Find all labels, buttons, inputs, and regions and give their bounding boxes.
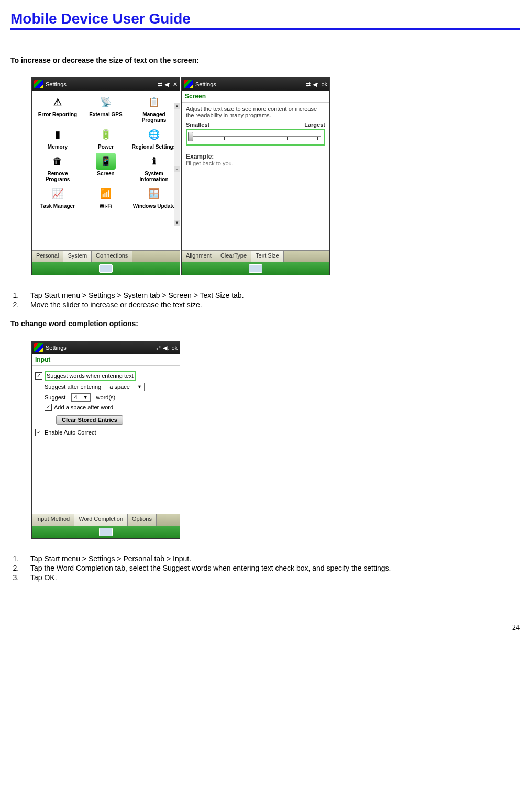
settings-item-label: Task Manager (40, 203, 75, 209)
close-button[interactable]: ✕ (173, 81, 178, 88)
settings-item-memory[interactable]: ▮Memory (34, 125, 81, 151)
settings-item-system-information[interactable]: ℹSystem Information (130, 152, 178, 183)
titlebar-text: Settings (46, 344, 67, 351)
keyboard-icon[interactable] (99, 528, 113, 536)
chevron-down-icon: ▼ (137, 384, 142, 390)
option-add-space: Add a space after word (54, 404, 113, 410)
tab-text-size[interactable]: Text Size (251, 251, 284, 262)
volume-icon: ◀꞉ (163, 344, 169, 351)
step-item: Move the slider to increase or decrease … (21, 301, 520, 309)
volume-icon: ◀꞉ (313, 81, 319, 88)
settings-item-external-gps[interactable]: 📡External GPS (82, 93, 129, 124)
settings-item-label: External GPS (89, 112, 122, 117)
tab-bar: PersonalSystemConnections (32, 250, 180, 262)
slider-max-label: Largest (304, 121, 325, 128)
softkey-bar (32, 262, 180, 275)
section-text-size-heading: To increase or decrease the size of text… (10, 56, 520, 64)
keyboard-icon[interactable] (249, 264, 262, 273)
external-gps-icon: 📡 (96, 94, 116, 110)
tab-bar: AlignmentClearTypeText Size (182, 250, 329, 262)
settings-item-label: Memory (48, 144, 68, 150)
clear-stored-entries-button[interactable]: Clear Stored Entries (56, 415, 123, 425)
tab-connections[interactable]: Connections (92, 251, 132, 262)
section-word-completion-heading: To change word completion options: (10, 319, 520, 328)
step-item: Tap the Word Completion tab, select the … (21, 564, 520, 572)
example-label: Example: (186, 153, 325, 160)
settings-item-label: Remove Programs (35, 171, 80, 182)
example-text: I'll get back to you. (186, 160, 325, 166)
checkbox-suggest-words[interactable]: ✓ (35, 372, 42, 380)
ok-button[interactable]: ok (321, 81, 327, 87)
wi-fi-icon: 📶 (96, 185, 116, 202)
settings-item-label: Regional Settings (132, 144, 176, 150)
softkey-bar (32, 526, 180, 538)
settings-item-label: Error Reporting (38, 112, 77, 117)
settings-item-label: Managed Programs (131, 112, 176, 123)
scroll-up-icon[interactable]: ▲ (174, 103, 180, 109)
softkey-bar (182, 262, 329, 275)
settings-item-regional-settings[interactable]: 🌐Regional Settings (130, 125, 178, 151)
label-suggest-after: Suggest after entering (45, 384, 101, 390)
tab-word-completion[interactable]: Word Completion (74, 514, 128, 526)
scrollbar[interactable]: ▲ ≡ ▼ (174, 103, 180, 226)
step-item: Tap Start menu > Settings > System tab >… (21, 291, 520, 299)
scroll-down-icon[interactable]: ▼ (174, 220, 180, 226)
tab-input-method[interactable]: Input Method (32, 514, 74, 526)
start-icon[interactable] (34, 343, 43, 352)
signal-icon: ⇄ (156, 344, 161, 351)
volume-icon: ◀꞉ (164, 81, 171, 88)
steps-word-completion: Tap Start menu > Settings > Personal tab… (10, 554, 520, 582)
checkbox-auto-correct[interactable]: ✓ (35, 429, 42, 436)
scroll-mid-icon[interactable]: ≡ (174, 166, 180, 172)
checkbox-add-space[interactable]: ✓ (45, 404, 52, 411)
screenshots-row-1: Settings ⇄ ◀꞉ ✕ ⚠Error Reporting📡Externa… (31, 77, 520, 275)
settings-item-wi-fi[interactable]: 📶Wi-Fi (82, 184, 129, 210)
screenshots-row-2: Settings ⇄ ◀꞉ ok Input ✓ Suggest words w… (31, 341, 520, 539)
settings-item-error-reporting[interactable]: ⚠Error Reporting (34, 93, 81, 124)
titlebar-text: Settings (195, 81, 216, 87)
dropdown-after-entering[interactable]: a space ▼ (107, 383, 145, 391)
titlebar: Settings ⇄ ◀꞉ ok (32, 341, 180, 354)
tab-cleartype[interactable]: ClearType (216, 251, 251, 262)
dropdown-word-count[interactable]: 4 ▼ (71, 393, 90, 402)
settings-item-label: Power (98, 144, 114, 150)
error-reporting-icon: ⚠ (48, 94, 68, 110)
settings-item-power[interactable]: 🔋Power (82, 125, 129, 151)
settings-item-managed-programs[interactable]: 📋Managed Programs (130, 93, 178, 124)
windows-update-icon: 🪟 (144, 185, 164, 202)
titlebar: Settings ⇄ ◀꞉ ✕ (32, 78, 180, 91)
tab-system[interactable]: System (63, 251, 92, 262)
settings-item-remove-programs[interactable]: 🗑Remove Programs (34, 152, 81, 183)
signal-icon: ⇄ (306, 81, 311, 88)
managed-programs-icon: 📋 (144, 94, 164, 110)
description-text: Adjust the text size to see more content… (186, 106, 325, 118)
keyboard-icon[interactable] (99, 264, 113, 273)
settings-item-label: Screen (97, 171, 114, 176)
system-information-icon: ℹ (144, 153, 164, 170)
settings-item-screen[interactable]: 📱Screen (82, 152, 129, 183)
screenshot-screen-textsize: Settings ⇄ ◀꞉ ok Screen Adjust the text … (181, 77, 330, 275)
start-icon[interactable] (34, 80, 43, 88)
start-icon[interactable] (184, 80, 193, 88)
step-item: Tap OK. (21, 573, 520, 582)
titlebar: Settings ⇄ ◀꞉ ok (182, 78, 329, 91)
settings-item-task-manager[interactable]: 📈Task Manager (34, 184, 81, 210)
page-number: 24 (10, 624, 520, 632)
settings-item-windows-update[interactable]: 🪟Windows Update (130, 184, 178, 210)
signal-icon: ⇄ (158, 81, 162, 88)
label-words: word(s) (96, 394, 116, 401)
tab-personal[interactable]: Personal (32, 251, 63, 262)
label-suggest-count: Suggest (45, 394, 65, 401)
text-size-slider[interactable] (186, 129, 325, 146)
tab-alignment[interactable]: Alignment (182, 251, 216, 262)
ok-button[interactable]: ok (171, 344, 178, 351)
screenshot-settings-system: Settings ⇄ ◀꞉ ✕ ⚠Error Reporting📡Externa… (31, 77, 180, 275)
slider-min-label: Smallest (186, 121, 209, 128)
remove-programs-icon: 🗑 (48, 153, 68, 170)
settings-item-label: Wi-Fi (100, 203, 112, 209)
tab-options[interactable]: Options (128, 514, 157, 526)
panel-title: Input (32, 354, 180, 366)
task-manager-icon: 📈 (48, 185, 68, 202)
slider-thumb[interactable] (188, 132, 193, 141)
chevron-down-icon: ▼ (83, 395, 88, 400)
